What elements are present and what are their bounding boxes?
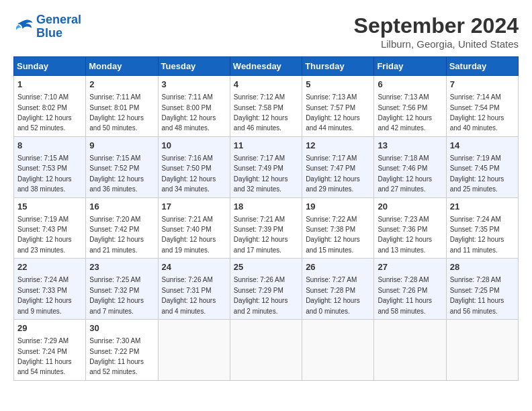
calendar-cell: 22Sunrise: 7:24 AM Sunset: 7:33 PM Dayli… — [14, 259, 86, 320]
calendar-cell: 11Sunrise: 7:17 AM Sunset: 7:49 PM Dayli… — [230, 136, 302, 197]
calendar-cell: 19Sunrise: 7:22 AM Sunset: 7:38 PM Dayli… — [302, 197, 374, 259]
calendar-cell: 27Sunrise: 7:28 AM Sunset: 7:26 PM Dayli… — [374, 259, 446, 320]
calendar-cell: 25Sunrise: 7:26 AM Sunset: 7:29 PM Dayli… — [230, 259, 302, 320]
day-info: Sunrise: 7:19 AM Sunset: 7:45 PM Dayligh… — [450, 154, 504, 193]
col-header-sunday: Sunday — [14, 57, 86, 76]
calendar-cell: 26Sunrise: 7:27 AM Sunset: 7:28 PM Dayli… — [302, 259, 374, 320]
calendar-cell: 30Sunrise: 7:30 AM Sunset: 7:22 PM Dayli… — [86, 320, 158, 381]
calendar-cell — [230, 320, 302, 381]
day-info: Sunrise: 7:13 AM Sunset: 7:56 PM Dayligh… — [378, 93, 432, 132]
day-number: 3 — [162, 79, 226, 91]
day-info: Sunrise: 7:19 AM Sunset: 7:43 PM Dayligh… — [17, 216, 72, 254]
title-section: September 2024 Lilburn, Georgia, United … — [354, 13, 519, 50]
day-number: 7 — [450, 79, 515, 91]
day-info: Sunrise: 7:22 AM Sunset: 7:38 PM Dayligh… — [306, 216, 360, 254]
calendar-cell: 17Sunrise: 7:21 AM Sunset: 7:40 PM Dayli… — [158, 197, 230, 259]
day-number: 16 — [89, 201, 154, 213]
day-info: Sunrise: 7:28 AM Sunset: 7:26 PM Dayligh… — [378, 276, 432, 314]
day-number: 9 — [89, 140, 154, 152]
logo-text: General Blue — [36, 13, 81, 40]
calendar-table: SundayMondayTuesdayWednesdayThursdayFrid… — [13, 56, 519, 381]
day-number: 12 — [306, 140, 370, 152]
day-number: 1 — [17, 79, 82, 91]
day-info: Sunrise: 7:24 AM Sunset: 7:33 PM Dayligh… — [17, 276, 72, 314]
calendar-cell: 9Sunrise: 7:15 AM Sunset: 7:52 PM Daylig… — [86, 136, 158, 197]
calendar-cell — [374, 320, 446, 381]
day-info: Sunrise: 7:15 AM Sunset: 7:52 PM Dayligh… — [89, 154, 144, 193]
day-number: 14 — [450, 140, 515, 152]
calendar-cell: 13Sunrise: 7:18 AM Sunset: 7:46 PM Dayli… — [374, 136, 446, 197]
day-number: 11 — [234, 140, 298, 152]
col-header-saturday: Saturday — [446, 57, 518, 76]
calendar-cell: 28Sunrise: 7:28 AM Sunset: 7:25 PM Dayli… — [446, 259, 518, 320]
day-info: Sunrise: 7:14 AM Sunset: 7:54 PM Dayligh… — [450, 93, 504, 132]
calendar-cell: 20Sunrise: 7:23 AM Sunset: 7:36 PM Dayli… — [374, 197, 446, 259]
calendar-cell: 14Sunrise: 7:19 AM Sunset: 7:45 PM Dayli… — [446, 136, 518, 197]
day-number: 23 — [89, 261, 154, 273]
day-info: Sunrise: 7:15 AM Sunset: 7:53 PM Dayligh… — [17, 154, 72, 193]
day-number: 28 — [450, 261, 515, 273]
day-info: Sunrise: 7:11 AM Sunset: 8:01 PM Dayligh… — [89, 93, 144, 132]
day-number: 18 — [234, 201, 298, 213]
calendar-cell: 4Sunrise: 7:12 AM Sunset: 7:58 PM Daylig… — [230, 76, 302, 137]
day-number: 17 — [162, 201, 226, 213]
calendar-cell — [446, 320, 518, 381]
day-info: Sunrise: 7:30 AM Sunset: 7:22 PM Dayligh… — [89, 337, 144, 375]
day-number: 21 — [450, 201, 515, 213]
calendar-cell: 15Sunrise: 7:19 AM Sunset: 7:43 PM Dayli… — [14, 197, 86, 259]
day-info: Sunrise: 7:10 AM Sunset: 8:02 PM Dayligh… — [17, 93, 72, 132]
day-number: 10 — [162, 140, 226, 152]
calendar-cell: 6Sunrise: 7:13 AM Sunset: 7:56 PM Daylig… — [374, 76, 446, 137]
day-info: Sunrise: 7:23 AM Sunset: 7:36 PM Dayligh… — [378, 216, 432, 254]
calendar-cell: 3Sunrise: 7:11 AM Sunset: 8:00 PM Daylig… — [158, 76, 230, 137]
day-info: Sunrise: 7:18 AM Sunset: 7:46 PM Dayligh… — [378, 154, 432, 193]
day-info: Sunrise: 7:17 AM Sunset: 7:47 PM Dayligh… — [306, 154, 360, 193]
month-title: September 2024 — [354, 13, 519, 38]
day-info: Sunrise: 7:13 AM Sunset: 7:57 PM Dayligh… — [306, 93, 360, 132]
day-info: Sunrise: 7:11 AM Sunset: 8:00 PM Dayligh… — [162, 93, 216, 132]
day-info: Sunrise: 7:16 AM Sunset: 7:50 PM Dayligh… — [162, 154, 216, 193]
day-number: 2 — [89, 79, 154, 91]
col-header-friday: Friday — [374, 57, 446, 76]
day-number: 24 — [162, 261, 226, 273]
col-header-monday: Monday — [86, 57, 158, 76]
page-header: General Blue September 2024 Lilburn, Geo… — [13, 13, 519, 50]
day-info: Sunrise: 7:25 AM Sunset: 7:32 PM Dayligh… — [89, 276, 144, 314]
day-info: Sunrise: 7:26 AM Sunset: 7:29 PM Dayligh… — [234, 276, 288, 314]
calendar-cell: 18Sunrise: 7:21 AM Sunset: 7:39 PM Dayli… — [230, 197, 302, 259]
day-info: Sunrise: 7:29 AM Sunset: 7:24 PM Dayligh… — [17, 337, 72, 375]
calendar-cell — [302, 320, 374, 381]
day-number: 27 — [378, 261, 442, 273]
calendar-cell: 7Sunrise: 7:14 AM Sunset: 7:54 PM Daylig… — [446, 76, 518, 137]
day-number: 13 — [378, 140, 442, 152]
day-number: 29 — [17, 322, 82, 334]
calendar-cell: 21Sunrise: 7:24 AM Sunset: 7:35 PM Dayli… — [446, 197, 518, 259]
calendar-cell: 16Sunrise: 7:20 AM Sunset: 7:42 PM Dayli… — [86, 197, 158, 259]
day-number: 25 — [234, 261, 298, 273]
calendar-cell: 23Sunrise: 7:25 AM Sunset: 7:32 PM Dayli… — [86, 259, 158, 320]
calendar-cell: 10Sunrise: 7:16 AM Sunset: 7:50 PM Dayli… — [158, 136, 230, 197]
day-number: 8 — [17, 140, 82, 152]
day-info: Sunrise: 7:21 AM Sunset: 7:39 PM Dayligh… — [234, 216, 288, 254]
day-info: Sunrise: 7:27 AM Sunset: 7:28 PM Dayligh… — [306, 276, 360, 314]
logo: General Blue — [13, 13, 81, 40]
calendar-cell: 1Sunrise: 7:10 AM Sunset: 8:02 PM Daylig… — [14, 76, 86, 137]
calendar-cell: 12Sunrise: 7:17 AM Sunset: 7:47 PM Dayli… — [302, 136, 374, 197]
day-info: Sunrise: 7:20 AM Sunset: 7:42 PM Dayligh… — [89, 216, 144, 254]
calendar-cell — [158, 320, 230, 381]
day-info: Sunrise: 7:28 AM Sunset: 7:25 PM Dayligh… — [450, 276, 504, 314]
day-info: Sunrise: 7:24 AM Sunset: 7:35 PM Dayligh… — [450, 216, 504, 254]
calendar-cell: 29Sunrise: 7:29 AM Sunset: 7:24 PM Dayli… — [14, 320, 86, 381]
calendar-cell: 2Sunrise: 7:11 AM Sunset: 8:01 PM Daylig… — [86, 76, 158, 137]
day-number: 20 — [378, 201, 442, 213]
day-info: Sunrise: 7:12 AM Sunset: 7:58 PM Dayligh… — [234, 93, 288, 132]
day-number: 30 — [89, 322, 154, 334]
day-info: Sunrise: 7:21 AM Sunset: 7:40 PM Dayligh… — [162, 216, 216, 254]
day-number: 6 — [378, 79, 442, 91]
col-header-tuesday: Tuesday — [158, 57, 230, 76]
col-header-wednesday: Wednesday — [230, 57, 302, 76]
day-info: Sunrise: 7:26 AM Sunset: 7:31 PM Dayligh… — [162, 276, 216, 314]
col-header-thursday: Thursday — [302, 57, 374, 76]
day-info: Sunrise: 7:17 AM Sunset: 7:49 PM Dayligh… — [234, 154, 288, 193]
day-number: 4 — [234, 79, 298, 91]
